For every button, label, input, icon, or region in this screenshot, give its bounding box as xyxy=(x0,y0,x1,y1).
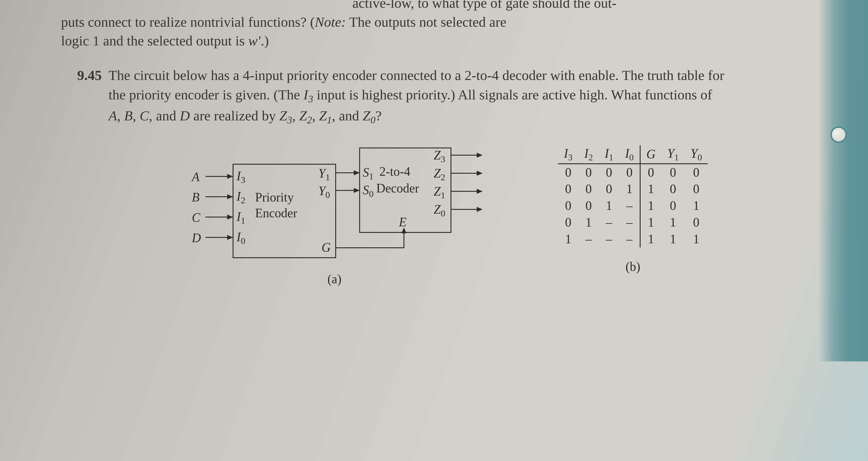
p-B: B xyxy=(124,108,133,123)
p-I3: I3 xyxy=(304,87,313,102)
p-and: , and xyxy=(332,108,363,123)
th-Y0: Y0 xyxy=(685,145,708,164)
cell: 1 xyxy=(685,231,708,248)
problem-9-45: 9.45 The circuit below has a 4-input pri… xyxy=(61,66,784,127)
cell: 1 xyxy=(558,231,579,248)
p-D: D xyxy=(180,108,190,123)
truth-table: I3 I2 I1 I0 G Y1 Y0 0 0 0 0 0 0 xyxy=(558,145,708,248)
page-side-strip xyxy=(818,0,868,361)
enc-Y0: Y0 xyxy=(318,184,330,200)
frag-line2a: puts connect to realize nontrivial funct… xyxy=(61,14,315,30)
cell: – xyxy=(619,214,640,231)
enc-I3: I3 xyxy=(237,169,246,185)
cell: 0 xyxy=(599,164,619,181)
frag-line3b: .) xyxy=(260,33,269,48)
table-row: 0 1 – – 1 1 0 xyxy=(558,214,708,231)
cell: 0 xyxy=(685,181,708,197)
p-q: ? xyxy=(375,108,382,123)
cell: 0 xyxy=(619,164,640,181)
table-row: 0 0 0 0 0 0 0 xyxy=(558,164,708,181)
arrow-B xyxy=(227,194,233,199)
th-I1: I1 xyxy=(599,145,619,164)
cell: 1 xyxy=(661,214,685,231)
p-txt-b: input is highest priority.) All signals … xyxy=(313,87,712,102)
cell: – xyxy=(619,231,640,248)
th-I2: I2 xyxy=(579,145,599,164)
arrow-Z0 xyxy=(477,207,483,212)
cell: 1 xyxy=(640,231,661,248)
enc-label1: Priority xyxy=(255,190,294,204)
caption-a: (a) xyxy=(328,272,342,286)
dec-E: E xyxy=(399,215,407,229)
cell: 0 xyxy=(661,181,685,197)
wire-Z1 xyxy=(451,191,477,192)
table-row: 1 – – – 1 1 1 xyxy=(558,231,708,248)
wire-G-v xyxy=(403,232,404,248)
table-row: 0 0 1 – 1 0 1 xyxy=(558,197,708,214)
cell: – xyxy=(599,214,619,231)
p-Z1: Z1 xyxy=(319,108,332,123)
enc-I0: I0 xyxy=(237,230,246,246)
enc-label2: Encoder xyxy=(255,206,298,220)
prev-problem-fragment: xxxxxxxxxxxxxxxxxxxxxxxxxxxxxactive-low,… xyxy=(61,0,784,51)
cell: 1 xyxy=(661,231,685,248)
cell: 0 xyxy=(558,164,579,181)
p-txt-c: are realized by xyxy=(190,108,279,123)
frag-line1: active-low, to what type of gate should … xyxy=(352,0,617,11)
cell: – xyxy=(619,197,640,214)
dec-Z3: Z3 xyxy=(434,148,445,164)
dec-S1: S1 xyxy=(363,165,374,182)
cell: 0 xyxy=(579,164,599,181)
input-D: D xyxy=(192,231,201,245)
cell: – xyxy=(579,231,599,248)
cell: 0 xyxy=(661,197,685,214)
arrow-Z2 xyxy=(477,171,483,176)
page-side-dot xyxy=(831,127,847,143)
problem-text: The circuit below has a 4-input priority… xyxy=(108,66,784,127)
arrow-A xyxy=(227,174,233,179)
caption-b: (b) xyxy=(558,258,708,275)
cell: 0 xyxy=(579,181,599,197)
dec-Z2: Z2 xyxy=(434,166,445,183)
figure-row: A B C D I3 I2 I1 I0 Priority Encoder xyxy=(61,145,784,285)
wire-Z0 xyxy=(451,209,477,210)
frag-note: Note: xyxy=(315,14,346,30)
cell: 1 xyxy=(640,214,661,231)
enc-I2: I2 xyxy=(237,189,246,205)
th-I0: I0 xyxy=(619,145,640,164)
dec-label2: Decoder xyxy=(376,181,419,195)
page-content: xxxxxxxxxxxxxxxxxxxxxxxxxxxxxactive-low,… xyxy=(61,0,784,285)
enc-Y1: Y1 xyxy=(318,166,330,183)
cell: 0 xyxy=(558,197,579,214)
frag-line3a: logic 1 and the selected output is xyxy=(61,33,248,48)
frag-line2b: The outputs not selected are xyxy=(346,14,506,30)
cell: 0 xyxy=(579,197,599,214)
p-Z3: Z3 xyxy=(279,108,292,123)
frag-wprime: w′ xyxy=(248,33,260,48)
arrow-Z1 xyxy=(477,189,483,194)
cell: 1 xyxy=(640,181,661,197)
cell: 1 xyxy=(685,197,708,214)
wire-Z3 xyxy=(451,155,477,156)
cell: 0 xyxy=(661,164,685,181)
th-I3: I3 xyxy=(558,145,579,164)
cell: – xyxy=(599,231,619,248)
arrow-Y0 xyxy=(354,188,360,193)
dec-Z1: Z1 xyxy=(434,184,445,201)
arrow-Z3 xyxy=(477,153,483,158)
p-c1: , xyxy=(117,108,124,123)
enc-G: G xyxy=(322,240,331,255)
cell: 1 xyxy=(579,214,599,231)
p-c2: , xyxy=(133,108,140,123)
arrow-Y1 xyxy=(354,170,360,175)
dec-Z0: Z0 xyxy=(434,202,445,219)
cell: 1 xyxy=(599,197,619,214)
dec-S0: S0 xyxy=(363,183,374,199)
figure-a: A B C D I3 I2 I1 I0 Priority Encoder xyxy=(183,145,504,285)
wire-G-h xyxy=(335,247,404,248)
p-Z0: Z0 xyxy=(363,108,375,123)
p-Z2: Z2 xyxy=(299,108,312,123)
p-A: A xyxy=(108,108,117,123)
problem-number: 9.45 xyxy=(61,66,108,127)
cell: 0 xyxy=(558,214,579,231)
